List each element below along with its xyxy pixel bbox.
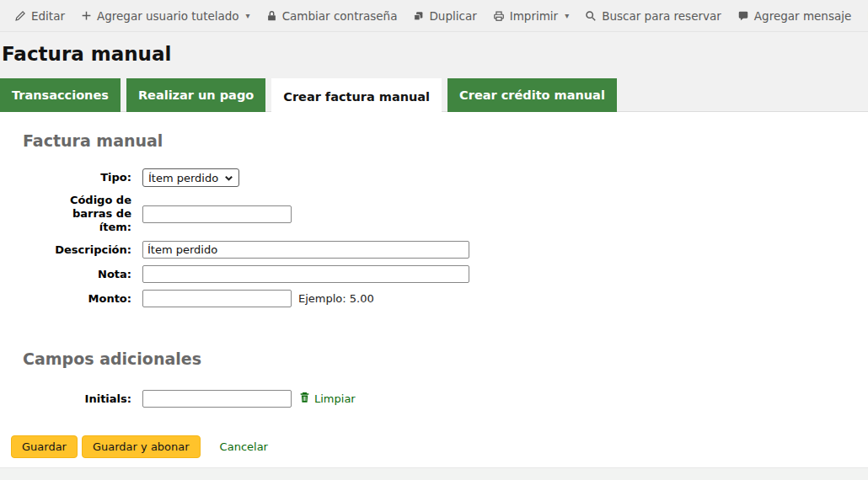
manual-invoice-form: Tipo: Ítem perdido Código de barras de í…: [23, 168, 868, 458]
tab-transacciones[interactable]: Transacciones: [0, 78, 121, 112]
invoice-section-title: Factura manual: [23, 112, 868, 150]
caret-down-icon: ▾: [246, 11, 250, 20]
toolbar-item-label: Editar: [31, 9, 65, 23]
add-message-button[interactable]: Agregar mensaje: [737, 9, 851, 23]
save-button[interactable]: Guardar: [11, 435, 78, 458]
toolbar-item-label: Imprimir: [510, 9, 558, 23]
copy-icon: [413, 10, 424, 22]
form-row-monto: Monto: Ejemplo: 5.00: [23, 290, 868, 307]
toolbar-item-label: Buscar para reservar: [602, 9, 721, 23]
page-title: Factura manual: [0, 32, 868, 65]
clear-field-link[interactable]: Limpiar: [299, 392, 356, 406]
plus-icon: [81, 10, 92, 21]
chevron-down-icon: [224, 173, 233, 183]
monto-input[interactable]: [142, 290, 292, 307]
tab-label: Transacciones: [12, 88, 109, 102]
footer-bar: [0, 467, 868, 480]
clear-link-label: Limpiar: [314, 392, 356, 405]
toolbar-item-label: Agregar mensaje: [754, 9, 851, 23]
nota-label: Nota:: [23, 268, 142, 281]
additional-fields-section-title: Campos adicionales: [23, 314, 868, 368]
tipo-label: Tipo:: [23, 171, 142, 184]
tipo-selected-value: Ítem perdido: [148, 172, 218, 184]
tab-bar: Transacciones Realizar un pago Crear fac…: [0, 78, 868, 112]
cancel-link[interactable]: Cancelar: [220, 440, 268, 453]
monto-label: Monto:: [23, 292, 142, 306]
form-row-barcode: Código de barras de ítem:: [23, 194, 868, 234]
caret-down-icon: ▾: [565, 11, 569, 20]
barcode-input[interactable]: [142, 205, 292, 223]
descripcion-input[interactable]: [142, 241, 469, 259]
initials-input[interactable]: [142, 390, 292, 408]
tab-label: Realizar un pago: [138, 88, 254, 102]
change-password-button[interactable]: Cambiar contraseña: [266, 9, 398, 23]
search-icon: [585, 10, 597, 22]
message-icon: [737, 10, 749, 22]
form-row-initials: Initials: Limpiar: [23, 390, 868, 408]
monto-hint: Ejemplo: 5.00: [298, 292, 374, 305]
tab-label: Crear factura manual: [283, 90, 430, 104]
main-content: Factura manual Tipo: Ítem perdido Código…: [0, 112, 868, 458]
tab-crear-credito-manual[interactable]: Crear crédito manual: [447, 78, 617, 112]
form-row-descripcion: Descripción:: [23, 241, 868, 259]
barcode-label: Código de barras de ítem:: [23, 194, 142, 234]
pencil-icon: [14, 10, 26, 22]
toolbar-item-label: Duplicar: [429, 9, 476, 23]
page-header: Editar Agregar usuario tutelado ▾ Cambia…: [0, 0, 868, 112]
tab-realizar-un-pago[interactable]: Realizar un pago: [126, 78, 265, 112]
initials-label: Initials:: [23, 392, 142, 406]
print-button[interactable]: Imprimir ▾: [493, 9, 570, 23]
add-guarantee-button[interactable]: Agregar usuario tutelado ▾: [81, 9, 250, 23]
edit-button[interactable]: Editar: [14, 9, 65, 23]
toolbar-item-label: Agregar usuario tutelado: [97, 9, 239, 23]
printer-icon: [493, 10, 505, 22]
tab-crear-factura-manual[interactable]: Crear factura manual: [271, 78, 442, 115]
toolbar-item-label: Cambiar contraseña: [282, 9, 398, 23]
nota-input[interactable]: [142, 265, 469, 283]
search-to-hold-button[interactable]: Buscar para reservar: [585, 9, 721, 23]
tipo-select[interactable]: Ítem perdido: [142, 168, 239, 187]
form-row-tipo: Tipo: Ítem perdido: [23, 168, 868, 187]
form-actions: Guardar Guardar y abonar Cancelar: [11, 435, 868, 458]
tab-label: Crear crédito manual: [459, 88, 605, 102]
patron-toolbar: Editar Agregar usuario tutelado ▾ Cambia…: [0, 0, 868, 32]
trash-icon: [299, 392, 310, 406]
duplicate-button[interactable]: Duplicar: [413, 9, 476, 23]
form-row-nota: Nota:: [23, 265, 868, 283]
lock-icon: [266, 10, 277, 22]
descripcion-label: Descripción:: [23, 243, 142, 257]
save-and-pay-button[interactable]: Guardar y abonar: [82, 435, 201, 458]
